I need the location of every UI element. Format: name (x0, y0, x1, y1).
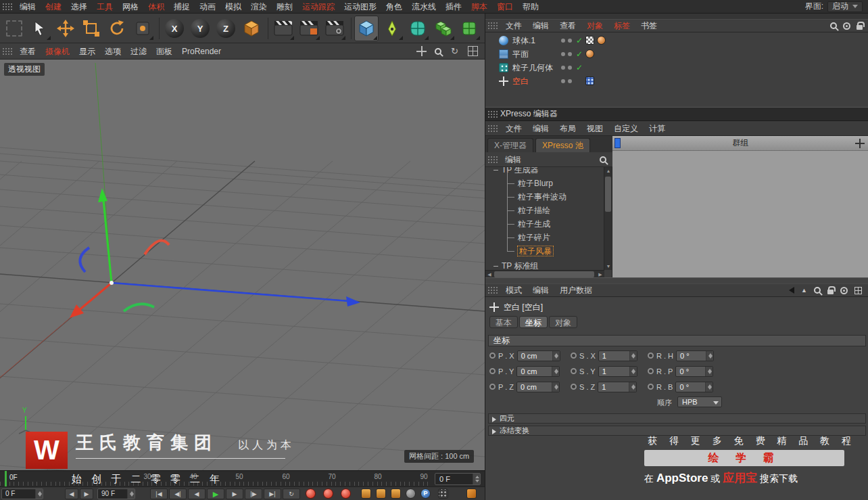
vp-menu-filter[interactable]: 过滤 (126, 43, 151, 60)
keyframe-circle-icon[interactable] (489, 353, 496, 359)
render-visibility-dot[interactable] (568, 66, 572, 70)
om-menu-bookmarks[interactable]: 书签 (635, 19, 662, 32)
stepper-icon[interactable] (552, 351, 560, 361)
y-axis-lock-button[interactable]: Y (188, 16, 212, 41)
stepper-icon[interactable] (705, 367, 713, 376)
scale-z-input[interactable]: 1 (598, 382, 637, 392)
xp-menu-edit[interactable]: 编辑 (527, 121, 554, 136)
record-scale-toggle[interactable] (376, 488, 386, 499)
search-icon[interactable] (830, 22, 837, 29)
loop-button[interactable]: ↻ (283, 488, 300, 499)
current-frame-input[interactable]: 0 F (435, 473, 481, 485)
y-rotation-band[interactable] (124, 304, 154, 311)
playhead-marker[interactable] (5, 471, 7, 487)
object-row-particle-geometry[interactable]: 粒子几何体 ✓ (485, 61, 868, 74)
grip-icon[interactable] (487, 286, 498, 294)
phong-tag-icon[interactable] (597, 36, 606, 45)
scroll-up-icon[interactable]: ▲ (604, 167, 612, 175)
history-up-icon[interactable]: ▲ (801, 287, 807, 294)
object-name[interactable]: 粒子几何体 (512, 61, 553, 74)
z-axis-lock-button[interactable]: Z (214, 16, 238, 41)
interface-select[interactable]: 启动 (827, 1, 863, 12)
tab-xpresso-pool[interactable]: XPresso 池 (535, 138, 590, 152)
x-axis-handle[interactable] (70, 283, 112, 318)
phong-tag-icon[interactable] (585, 49, 594, 58)
menu-create[interactable]: 创建 (41, 0, 66, 14)
object-row-sphere[interactable]: 球体.1 ✓ (485, 34, 868, 47)
xpresso-canvas[interactable]: 群组 (612, 136, 868, 278)
record-pla-toggle[interactable]: P (420, 488, 431, 499)
prev-key-button[interactable]: ◀| (169, 488, 187, 499)
menu-render[interactable]: 渲染 (246, 0, 272, 14)
om-menu-objects[interactable]: 对象 (581, 19, 608, 32)
grip-icon[interactable] (487, 22, 498, 30)
keyframe-circle-icon[interactable] (571, 368, 577, 374)
rotation-p-input[interactable]: 0 ° (675, 366, 713, 377)
tree-item[interactable]: 粒子碎片 (485, 231, 604, 244)
scroll-down-icon[interactable]: ▼ (604, 263, 612, 270)
deformer-button[interactable] (457, 16, 481, 41)
last-used-tool-button[interactable] (130, 16, 155, 41)
xp-menu-file[interactable]: 文件 (500, 121, 527, 136)
freeze-transform-collapse-row[interactable]: 冻结变换 (488, 426, 866, 436)
object-name[interactable]: 平面 (512, 47, 529, 61)
menu-mograph[interactable]: 运动图形 (339, 0, 381, 14)
keyframe-circle-icon[interactable] (489, 368, 496, 374)
grip-icon[interactable] (2, 47, 13, 55)
z-rotation-band[interactable] (80, 248, 89, 272)
vertical-scrollbar[interactable]: ▲ ▼ (604, 167, 612, 270)
coordinates-section-header[interactable]: 坐标 (488, 335, 866, 346)
editor-visibility-dot[interactable] (561, 79, 565, 83)
menu-script[interactable]: 脚本 (466, 0, 492, 14)
rotation-order-select[interactable]: HPB (677, 396, 722, 407)
goto-end-button[interactable]: ▶| (264, 488, 281, 499)
enabled-check-icon[interactable]: ✓ (576, 34, 583, 47)
enabled-check-icon[interactable]: ✓ (576, 61, 583, 74)
menu-tools[interactable]: 工具 (92, 0, 118, 14)
stepper-icon[interactable] (629, 367, 637, 376)
z-axis-handle[interactable] (112, 283, 360, 306)
menu-character[interactable]: 角色 (381, 0, 407, 14)
render-settings-button[interactable] (322, 16, 347, 41)
grip-icon[interactable] (487, 156, 498, 164)
y-axis-handle[interactable] (98, 188, 112, 283)
menu-window[interactable]: 窗口 (492, 0, 518, 14)
move-panel-icon[interactable] (855, 139, 865, 148)
am-menu-mode[interactable]: 模式 (500, 283, 527, 297)
solo-mode-button[interactable] (466, 488, 477, 499)
scale-x-input[interactable]: 1 (598, 350, 637, 361)
stepper-icon[interactable] (629, 351, 637, 361)
record-keyframe-button[interactable] (306, 488, 316, 499)
position-z-input[interactable]: 0 cm (516, 382, 560, 392)
menu-motion-tracker[interactable]: 运动跟踪 (297, 0, 339, 14)
live-selection-button[interactable] (28, 16, 52, 41)
selection-frame-button[interactable] (2, 16, 26, 41)
prev-frame-button[interactable]: ◀ (188, 488, 206, 499)
play-button[interactable]: ▶ (207, 488, 224, 499)
tree-item-selected[interactable]: 粒子风暴 (485, 244, 604, 258)
tab-basic[interactable]: 基本 (489, 316, 518, 328)
viewport-canvas[interactable]: Y (0, 60, 485, 470)
position-y-input[interactable]: 0 cm (516, 366, 560, 377)
grip-icon[interactable] (2, 3, 13, 11)
menu-simulate[interactable]: 模拟 (220, 0, 246, 14)
spline-pen-button[interactable] (380, 16, 404, 41)
stepper-icon[interactable] (552, 367, 559, 376)
generator-button[interactable] (431, 16, 456, 41)
keyframe-selection-button[interactable] (341, 488, 351, 499)
menu-help[interactable]: 帮助 (518, 0, 544, 14)
object-row-null[interactable]: 空白 (485, 74, 868, 88)
toggle-views-icon[interactable] (468, 46, 478, 56)
tree-item[interactable]: 粒子Blurp (485, 177, 604, 190)
x-axis-lock-button[interactable]: X (162, 16, 187, 41)
range-left-button[interactable]: ◀ (65, 488, 78, 499)
render-view-button[interactable] (271, 16, 295, 41)
pan-view-icon[interactable] (416, 46, 427, 56)
layout-icon[interactable] (854, 287, 862, 294)
autokey-button[interactable] (323, 488, 333, 499)
xp-menu-view[interactable]: 视图 (581, 121, 608, 136)
zoom-view-icon[interactable] (435, 48, 441, 55)
record-position-toggle[interactable] (361, 488, 371, 499)
subdivision-surface-button[interactable] (406, 16, 430, 41)
render-visibility-dot[interactable] (568, 79, 572, 83)
